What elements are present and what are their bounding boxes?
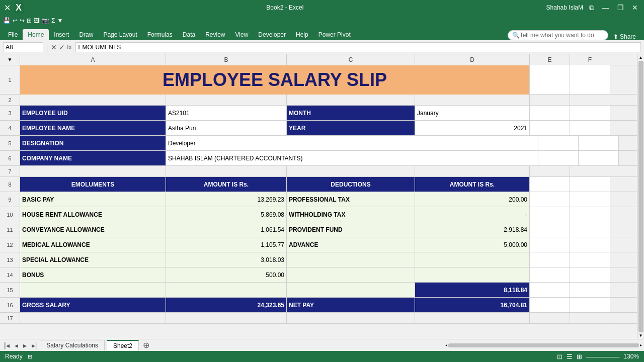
row-num-6: 6 (0, 151, 20, 165)
tab-insert[interactable]: Insert (49, 29, 74, 40)
cell-10d[interactable]: - (415, 207, 530, 222)
image-qa-icon[interactable]: 🖼 (34, 17, 40, 24)
save-qa-icon[interactable]: 💾 (3, 17, 11, 24)
vertical-scrollbar[interactable]: ▲ ▼ (637, 54, 644, 339)
cell-9c[interactable]: PROFESSIONAL TAX (287, 192, 415, 207)
cell-9a[interactable]: BASIC PAY (20, 192, 166, 207)
cell-11b[interactable]: 1,061.54 (166, 222, 287, 237)
cell-3b-value[interactable]: AS2101 (166, 106, 287, 120)
cell-3d-value[interactable]: January (415, 106, 530, 120)
cell-17c (287, 313, 415, 323)
cell-14c[interactable] (287, 267, 415, 282)
scroll-left-btn[interactable]: ◂ (445, 343, 447, 347)
sum-qa-icon[interactable]: Σ (51, 17, 55, 24)
tab-developer[interactable]: Developer (253, 29, 291, 40)
tell-me-box[interactable]: 🔍 Tell me what you want to do (508, 30, 608, 40)
cell-9b[interactable]: 13,269.23 (166, 192, 287, 207)
cell-13e (530, 252, 570, 267)
tab-nav-next[interactable]: ▸ (21, 341, 29, 349)
confirm-formula-icon[interactable]: ✓ (59, 43, 65, 51)
tab-nav-last[interactable]: ▸| (30, 341, 39, 349)
tab-data[interactable]: Data (178, 29, 200, 40)
cell-14a[interactable]: BONUS (20, 267, 166, 282)
sheet-tab-salary[interactable]: Salary Calculations (40, 340, 105, 350)
redo-qa-icon[interactable]: ↪ (20, 17, 25, 24)
cell-9d[interactable]: 200.00 (415, 192, 530, 207)
table-row: 5 DESIGNATION Developer (0, 136, 637, 151)
cell-5b-value[interactable]: Developer (166, 136, 538, 150)
cell-6e (538, 151, 579, 165)
table-row: 4 EMPLOYEE NAME Astha Puri YEAR 2021 (0, 121, 637, 136)
cell-13c[interactable] (287, 252, 415, 267)
table-row: 3 EMPLOYEE UID AS2101 MONTH January (0, 106, 637, 121)
cancel-formula-icon[interactable]: ✕ (51, 43, 57, 51)
status-left: Ready ⊞ (5, 353, 32, 360)
tab-draw[interactable]: Draw (74, 29, 98, 40)
cell-10b[interactable]: 5,869.08 (166, 207, 287, 222)
tab-power-pivot[interactable]: Power Pivot (313, 29, 356, 40)
tab-nav-first[interactable]: |◂ (2, 341, 12, 349)
tab-page-layout[interactable]: Page Layout (98, 29, 142, 40)
undo-qa-icon[interactable]: ↩ (13, 17, 18, 24)
cell-3c-label: MONTH (287, 106, 415, 120)
cell-9e (530, 192, 570, 207)
cell-8f (570, 177, 610, 192)
cell-12a[interactable]: MEDICAL ALLOWANCE (20, 237, 166, 252)
dropdown-qa-icon[interactable]: ▼ (57, 17, 63, 24)
cell-14b[interactable]: 500.00 (166, 267, 287, 282)
tab-home[interactable]: Home (23, 29, 49, 40)
title-bar-right: Shahab IslaM ⧉ — ❐ ✕ (546, 4, 640, 12)
view-normal-icon[interactable]: ⊡ (557, 353, 562, 360)
cell-13a[interactable]: SPECIAL ALLOWANCE (20, 252, 166, 267)
zoom-level: 130% (623, 353, 639, 360)
cell-10c[interactable]: WITHHOLDING TAX (287, 207, 415, 222)
formula-input[interactable] (75, 42, 641, 52)
tab-review[interactable]: Review (200, 29, 230, 40)
cell-12d[interactable]: 5,000.00 (415, 237, 530, 252)
restore-btn[interactable]: ⧉ (587, 4, 596, 12)
col-header-c: C (287, 54, 415, 65)
tab-help[interactable]: Help (291, 29, 313, 40)
tab-formulas[interactable]: Formulas (142, 29, 178, 40)
cell-7b (166, 166, 287, 176)
cell-4c-label: YEAR (287, 121, 415, 135)
row-num-8: 8 (0, 177, 20, 192)
tab-nav-prev[interactable]: ◂ (13, 341, 20, 349)
cell-4b-value[interactable]: Astha Puri (166, 121, 287, 135)
cell-name-input[interactable] (3, 42, 43, 52)
share-btn[interactable]: ⬆ Share (608, 33, 641, 40)
cell-6b-value[interactable]: SHAHAB ISLAM (CHARTERED ACCOUNTANTS) (166, 151, 538, 165)
sheet-container: ▼ A B C D E F 1 EMPLOYEE SALARY SLIP (0, 54, 644, 339)
tab-file[interactable]: File (3, 29, 23, 40)
cell-14d[interactable] (415, 267, 530, 282)
cell-11c[interactable]: PROVIDENT FUND (287, 222, 415, 237)
table-row: 12 MEDICAL ALLOWANCE 1,105.77 ADVANCE 5,… (0, 237, 637, 252)
cell-17a (20, 313, 166, 323)
sheet-tab-sheet2[interactable]: Sheet2 (107, 340, 139, 351)
view-layout-icon[interactable]: ☰ (567, 353, 573, 360)
column-headers: ▼ A B C D E F (0, 54, 637, 65)
scroll-right-btn[interactable]: ▸ (640, 343, 642, 347)
cell-13b[interactable]: 3,018.03 (166, 252, 287, 267)
col-header-a: A (20, 54, 166, 65)
cell-13d[interactable] (415, 252, 530, 267)
cell-12c[interactable]: ADVANCE (287, 237, 415, 252)
camera-qa-icon[interactable]: 📷 (42, 17, 49, 24)
maximize-btn[interactable]: ❐ (615, 4, 626, 12)
view-pagebreak-icon[interactable]: ⊞ (577, 353, 582, 360)
cell-10a[interactable]: HOUSE RENT ALLOWANCE (20, 207, 166, 222)
grid-qa-icon[interactable]: ⊞ (27, 17, 32, 24)
cell-11a[interactable]: CONVEYANCE ALLOWANCE (20, 222, 166, 237)
title-cell[interactable]: EMPLOYEE SALARY SLIP (20, 65, 530, 95)
cell-16d-net-val: 16,704.81 (415, 298, 530, 312)
cell-12b[interactable]: 1,105.77 (166, 237, 287, 252)
cell-11d[interactable]: 2,918.84 (415, 222, 530, 237)
minimize-btn[interactable]: — (600, 4, 611, 12)
add-sheet-btn[interactable]: ⊕ (141, 340, 151, 350)
insert-function-icon[interactable]: fx (67, 44, 71, 51)
close-btn[interactable]: ✕ (630, 4, 640, 12)
tab-view[interactable]: View (230, 29, 254, 40)
cell-4d-value[interactable]: 2021 (415, 121, 530, 135)
row-num-11: 11 (0, 222, 20, 237)
cell-6f (579, 151, 619, 165)
